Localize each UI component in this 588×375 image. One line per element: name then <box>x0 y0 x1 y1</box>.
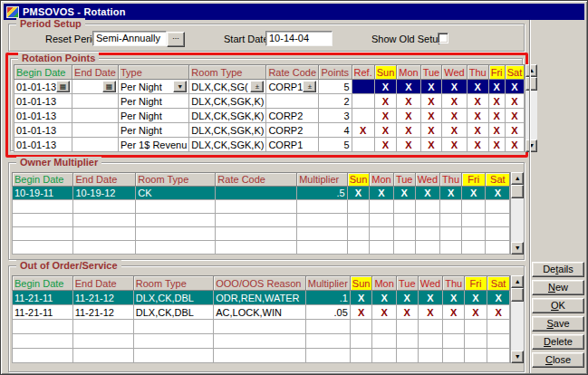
cell-fri[interactable] <box>462 200 486 214</box>
cell-fri[interactable]: X <box>488 138 505 152</box>
cell-fri[interactable]: X <box>488 80 505 94</box>
cell-sun[interactable]: X <box>350 305 372 320</box>
dropdown-arrow-icon[interactable]: ▼ <box>173 81 187 92</box>
cell-fri[interactable] <box>462 241 486 255</box>
cell-thu[interactable] <box>443 320 465 334</box>
cell-begin-date[interactable] <box>13 200 73 214</box>
cell-multiplier[interactable]: .05 <box>305 305 350 320</box>
cell-fri[interactable]: X <box>488 123 505 138</box>
cell-mon[interactable] <box>372 334 396 349</box>
cell-begin-date[interactable]: 10-19-11 <box>13 187 73 200</box>
cell-sun[interactable]: X <box>374 138 397 152</box>
cell-sat[interactable]: X <box>486 187 510 200</box>
cell-multiplier[interactable] <box>305 349 350 363</box>
cell-sun[interactable]: X <box>374 94 397 109</box>
cell-begin-date[interactable]: 01-01-13 <box>14 138 72 152</box>
cell-sat[interactable] <box>486 200 510 214</box>
scroll-thumb[interactable] <box>511 185 524 198</box>
cell-end-date[interactable]: 11-21-12 <box>72 305 133 320</box>
cell-sun[interactable]: X <box>374 80 397 94</box>
show-old-setup-checkbox[interactable] <box>438 33 448 43</box>
cell-mon[interactable] <box>370 227 393 241</box>
cell-mon[interactable] <box>372 320 396 334</box>
new-button[interactable]: New <box>532 280 584 295</box>
cell-room-type[interactable]: DLX,CK,DBL <box>133 305 214 320</box>
cell-points[interactable]: 2 <box>319 94 352 109</box>
cell-multiplier[interactable] <box>297 227 348 241</box>
scroll-thumb[interactable] <box>511 288 524 302</box>
cell-end-date[interactable]: 11-21-12 <box>72 291 133 305</box>
cell-wed[interactable]: X <box>415 187 439 200</box>
cell-fri[interactable]: X <box>488 94 505 109</box>
cell-sat[interactable]: X <box>505 94 525 109</box>
cell-sun[interactable] <box>347 227 370 241</box>
cell-type[interactable]: Per Night▼ <box>118 80 188 94</box>
cell-room-type[interactable] <box>136 200 216 214</box>
cell-mon[interactable]: X <box>372 305 396 320</box>
cell-rate-code[interactable] <box>216 200 297 214</box>
cell-tue[interactable]: X <box>420 109 442 123</box>
cell-begin-date[interactable]: 11-21-11 <box>13 291 73 305</box>
start-date-input[interactable]: 10-14-04 <box>265 31 333 46</box>
scroll-up-button[interactable]: ▲ <box>511 275 524 288</box>
cell-begin-date[interactable] <box>13 214 73 227</box>
cell-wed[interactable] <box>415 227 439 241</box>
cell-ooo-oos-reason[interactable]: AC,LOCK,WIN <box>214 305 306 320</box>
cell-sun[interactable]: X <box>350 291 372 305</box>
cell-multiplier[interactable] <box>305 320 350 334</box>
cell-room-type[interactable] <box>136 214 216 227</box>
cell-wed[interactable] <box>415 214 439 227</box>
cell-begin-date[interactable] <box>13 320 73 334</box>
cell-points[interactable]: 4 <box>319 123 352 138</box>
cell-type[interactable]: Per Night <box>118 109 188 123</box>
cell-ooo-oos-reason[interactable]: ODR,REN,WATER <box>214 291 306 305</box>
cell-thu[interactable]: X <box>443 305 465 320</box>
cell-end-date[interactable] <box>72 94 119 109</box>
cell-ooo-oos-reason[interactable] <box>214 349 306 363</box>
cell-rate-code[interactable] <box>216 241 297 255</box>
cell-multiplier[interactable] <box>297 214 348 227</box>
cell-sun[interactable] <box>347 200 370 214</box>
cell-tue[interactable] <box>393 241 415 255</box>
cell-room-type[interactable]: DLX,CK,SGK,K) <box>189 123 266 138</box>
ok-button[interactable]: OK <box>532 298 584 313</box>
cell-end-date[interactable] <box>73 241 136 255</box>
cell-tue[interactable] <box>393 227 415 241</box>
cell-wed[interactable] <box>415 241 439 255</box>
scroll-track[interactable] <box>511 198 524 242</box>
cell-ooo-oos-reason[interactable] <box>214 334 306 349</box>
cell-wed[interactable]: X <box>442 138 467 152</box>
cell-begin-date[interactable]: 11-21-11 <box>13 305 73 320</box>
reset-period-lov-button[interactable]: ... <box>167 32 185 47</box>
cell-fri[interactable]: X <box>488 109 505 123</box>
cell-thu[interactable]: X <box>467 80 488 94</box>
cell-tue[interactable]: X <box>396 291 418 305</box>
scroll-down-button[interactable]: ▼ <box>511 351 524 363</box>
cell-thu[interactable] <box>440 241 462 255</box>
cell-room-type[interactable] <box>133 320 214 334</box>
cell-multiplier[interactable] <box>297 200 348 214</box>
cell-wed[interactable]: X <box>418 305 442 320</box>
cell-fri[interactable] <box>465 320 487 334</box>
cell-tue[interactable] <box>396 320 418 334</box>
cell-begin-date[interactable] <box>13 334 73 349</box>
cell-sat[interactable] <box>486 214 510 227</box>
cell-fri[interactable] <box>462 227 486 241</box>
cell-sat[interactable]: X <box>505 109 525 123</box>
cell-end-date[interactable] <box>73 214 136 227</box>
cell-wed[interactable] <box>418 349 442 363</box>
cell-ref[interactable] <box>352 94 374 109</box>
cell-multiplier[interactable] <box>305 334 350 349</box>
cell-room-type[interactable]: CK <box>136 187 216 200</box>
cell-tue[interactable] <box>393 200 415 214</box>
cell-fri[interactable] <box>465 334 487 349</box>
cell-tue[interactable] <box>393 214 415 227</box>
cell-sun[interactable]: X <box>347 187 370 200</box>
cell-rate-code[interactable] <box>216 214 297 227</box>
cell-end-date[interactable] <box>72 320 133 334</box>
cell-thu[interactable]: X <box>467 94 488 109</box>
cell-thu[interactable] <box>440 200 462 214</box>
cell-end-date[interactable] <box>72 123 119 138</box>
cell-sat[interactable]: X <box>505 123 525 138</box>
cell-thu[interactable] <box>443 334 465 349</box>
